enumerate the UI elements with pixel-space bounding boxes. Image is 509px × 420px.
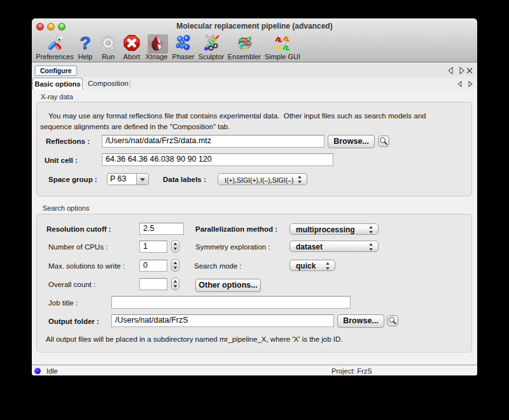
svg-text:phaser: phaser <box>177 42 187 45</box>
